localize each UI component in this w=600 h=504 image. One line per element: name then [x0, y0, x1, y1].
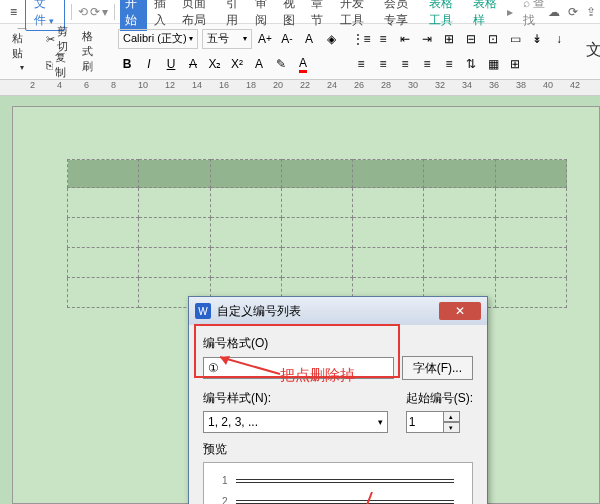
italic-button[interactable]: I — [140, 55, 158, 73]
format-label: 编号格式(O) — [203, 335, 473, 352]
bullets[interactable]: ⋮≡ — [352, 30, 370, 48]
ribbon-toolbar: 粘贴▾ ✂ 剪切 ⎘ 复制 格式刷 Calibri (正文)▾ 五号▾ A+ A… — [0, 24, 600, 80]
search-box[interactable]: ⌕ 查找 — [523, 0, 546, 29]
strike-button[interactable]: A — [184, 55, 202, 73]
horizontal-ruler: 24681012141618202224262830323436384042 — [0, 80, 600, 96]
text-direction[interactable]: 文 — [580, 26, 600, 74]
para-mark[interactable]: ↡ — [528, 30, 546, 48]
shading[interactable]: ▦ — [484, 55, 502, 73]
hamburger-icon[interactable]: ≡ — [4, 3, 23, 21]
start-number-spinner[interactable]: ▴▾ — [406, 411, 473, 433]
sub-button[interactable]: X₂ — [206, 55, 224, 73]
sup-button[interactable]: X² — [228, 55, 246, 73]
numbering[interactable]: ≡ — [374, 30, 392, 48]
para-opt[interactable]: ↓ — [550, 30, 568, 48]
preview-label: 预览 — [203, 441, 473, 458]
linespace[interactable]: ⇅ — [462, 55, 480, 73]
clear-format[interactable]: ◈ — [322, 30, 340, 48]
font-color[interactable]: A — [294, 55, 312, 73]
indent-dec[interactable]: ⇤ — [396, 30, 414, 48]
start-label: 起始编号(S): — [406, 390, 473, 407]
share-icon[interactable]: ⇪ — [586, 5, 596, 19]
font-size-select[interactable]: 五号▾ — [202, 29, 252, 49]
app-icon: W — [195, 303, 211, 319]
text-effect[interactable]: A — [250, 55, 268, 73]
change-case[interactable]: A — [300, 30, 318, 48]
border1[interactable]: ⊟ — [462, 30, 480, 48]
indent-inc[interactable]: ⇥ — [418, 30, 436, 48]
sync-icon[interactable]: ⟳ — [568, 5, 578, 19]
cloud-icon[interactable]: ☁ — [548, 5, 560, 19]
annotation-text: 把点删除掉 — [280, 366, 355, 385]
custom-number-list-dialog: W 自定义编号列表 ✕ 编号格式(O) 字体(F)... 编号样式(N): 1,… — [188, 296, 488, 504]
clipboard-icon — [12, 28, 32, 29]
bold-button[interactable]: B — [118, 55, 136, 73]
format-painter-button[interactable]: 格式刷 — [76, 26, 106, 74]
sort[interactable]: ⊞ — [440, 30, 458, 48]
style-label: 编号样式(N): — [203, 390, 388, 407]
align-l[interactable]: ≡ — [352, 55, 370, 73]
align-c[interactable]: ≡ — [374, 55, 392, 73]
dialog-titlebar[interactable]: W 自定义编号列表 ✕ — [189, 297, 487, 325]
document-canvas: W 自定义编号列表 ✕ 编号格式(O) 字体(F)... 编号样式(N): 1,… — [0, 96, 600, 504]
align-d[interactable]: ≡ — [440, 55, 458, 73]
border3[interactable]: ▭ — [506, 30, 524, 48]
close-button[interactable]: ✕ — [439, 302, 481, 320]
number-style-select[interactable]: 1, 2, 3, ...▾ — [203, 411, 388, 433]
underline-button[interactable]: U — [162, 55, 180, 73]
table[interactable] — [67, 159, 567, 308]
paste-button[interactable]: 粘贴▾ — [6, 26, 38, 74]
shrink-font[interactable]: A- — [278, 30, 296, 48]
dialog-title: 自定义编号列表 — [217, 303, 301, 320]
highlight[interactable]: ✎ — [272, 55, 290, 73]
menu-bar: ≡ 文件 ▾ ⟲⟳▾ 开始 插入 页面布局 引用 审阅 视图 章节 开发工具 会… — [0, 0, 600, 24]
align-j[interactable]: ≡ — [418, 55, 436, 73]
align-r[interactable]: ≡ — [396, 55, 414, 73]
grow-font[interactable]: A+ — [256, 30, 274, 48]
font-button[interactable]: 字体(F)... — [402, 356, 473, 380]
borders[interactable]: ⊞ — [506, 55, 524, 73]
preview-box: 1 2 3 — [203, 462, 473, 504]
font-name-select[interactable]: Calibri (正文)▾ — [118, 29, 198, 49]
copy-button[interactable]: ⎘ 复制 — [42, 48, 72, 82]
border2[interactable]: ⊡ — [484, 30, 502, 48]
